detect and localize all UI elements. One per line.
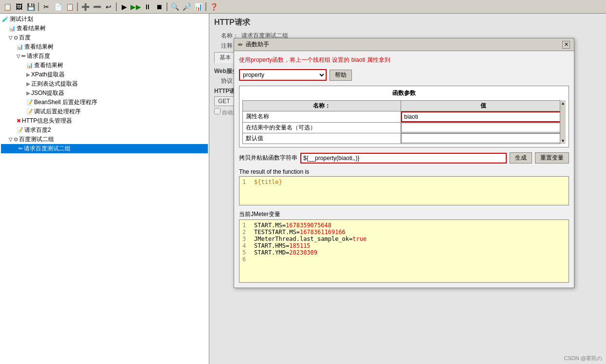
func-params-title: 函数参数: [242, 89, 566, 97]
vars-content-1: START.MS=1678359075648: [254, 222, 331, 229]
toolbar-btn-run-all[interactable]: ▶▶: [130, 1, 141, 12]
tree-item-label: 查看结果树: [24, 43, 54, 51]
vars-line-num-1: 1: [242, 222, 250, 229]
tree-item-label: 调试后置处理程序: [34, 108, 81, 116]
watermark: CSDN @霍民の: [564, 355, 602, 362]
toolbar-sep-4: [166, 2, 167, 11]
tree-item-json[interactable]: ▶ JSON提取器: [1, 89, 208, 98]
function-helper-dialog: ✏ 函数助手 ✕ 使用property函数，将上一个线程组 设置的 biaoti…: [234, 38, 574, 288]
expand-icon: ▽: [9, 35, 13, 40]
toolbar-btn-chart[interactable]: 📊: [193, 1, 203, 12]
vars-content-5: START.YMD=20230309: [254, 249, 317, 256]
tree-item-post-proc[interactable]: 📝 调试后置处理程序: [1, 107, 208, 116]
view-results3-icon: 📊: [26, 62, 33, 69]
toolbar-btn-zoom[interactable]: 🔎: [181, 1, 192, 12]
tree-item-test-plan[interactable]: 🧪 测试计划: [1, 15, 208, 24]
view-results2-icon: 📊: [17, 44, 23, 50]
tree-item-baidu[interactable]: ▽ ⊙ 百度: [1, 33, 208, 42]
vars-content-3: JMeterThread.last_sample_ok=true: [254, 236, 367, 242]
param-value-input-3[interactable]: [401, 133, 565, 143]
tree-item-label: 请求百度: [27, 52, 50, 60]
request-baidu2-icon: 📝: [17, 127, 23, 133]
tree-item-baidu-test2[interactable]: ▽ ⊙ 百度测试二组: [1, 135, 208, 144]
toolbar-btn-run[interactable]: ▶: [119, 1, 129, 12]
dialog-close-button[interactable]: ✕: [562, 41, 570, 49]
toolbar-btn-remove[interactable]: ➖: [92, 1, 102, 12]
dialog-header-left: ✏ 函数助手: [238, 40, 269, 49]
request-baidu-icon: ✏: [21, 53, 26, 59]
toolbar-sep-1: [38, 2, 39, 11]
toolbar-btn-pause[interactable]: ⏸: [142, 1, 153, 12]
col-value: 值: [401, 101, 566, 111]
toolbar-btn-add[interactable]: ➕: [80, 1, 91, 12]
result-label-text: The result of the function is: [239, 168, 309, 175]
expand3-icon: ▽: [9, 137, 13, 142]
view-results1-icon: 📊: [9, 25, 16, 32]
tree-item-beanshell[interactable]: 📝 BeanShell 后置处理程序: [1, 98, 208, 107]
param-row-3: 默认值: [243, 133, 566, 144]
col-name: 名称：: [243, 101, 401, 111]
dialog-title-icon: ✏: [238, 41, 243, 48]
generate-button[interactable]: 生成: [510, 152, 532, 164]
tree-item-view-results1[interactable]: 📊 查看结果树: [1, 24, 208, 33]
left-panel: 🧪 测试计划 📊 查看结果树 ▽ ⊙ 百度 📊 查看结果树 ▽ ✏ 请求百度 📊…: [0, 14, 209, 364]
param-name-1: 属性名称: [243, 111, 401, 123]
toolbar-btn-2[interactable]: 🖼: [14, 1, 24, 12]
tree-item-label: JSON提取器: [31, 89, 64, 97]
http-header-icon: ✖: [17, 118, 21, 124]
toolbar-sep-3: [116, 2, 117, 11]
param-value-input-1[interactable]: [401, 111, 565, 122]
dialog-overlay: ✏ 函数助手 ✕ 使用property函数，将上一个线程组 设置的 biaoti…: [209, 14, 606, 364]
tree-item-view-results2[interactable]: 📊 查看结果树: [1, 42, 208, 52]
reset-button[interactable]: 重置变量: [535, 152, 569, 164]
vars-line-num-3: 3: [242, 236, 250, 242]
toolbar-sep-2: [77, 2, 78, 11]
param-value-input-2[interactable]: [401, 123, 565, 132]
tree-item-request-baidu[interactable]: ▽ ✏ 请求百度: [1, 52, 208, 61]
param-name-3: 默认值: [243, 133, 401, 144]
copy-input[interactable]: [300, 153, 507, 164]
vars-content-2: TESTSTART.MS=1678361169166: [254, 229, 346, 236]
baidu-test2-icon: ⊙: [14, 136, 18, 143]
vars-line-num-2: 2: [242, 229, 250, 236]
tree-item-label: 测试计划: [10, 15, 33, 23]
vars-line-num-4: 4: [242, 242, 250, 249]
copy-label: 拷贝并粘贴函数字符串: [239, 154, 297, 162]
params-scrollbar[interactable]: ▲ ▼: [560, 100, 566, 144]
help-button[interactable]: 帮助: [330, 70, 352, 81]
test-plan-icon: 🧪: [2, 16, 9, 22]
toolbar-btn-cut[interactable]: ✂: [41, 1, 52, 12]
toolbar-btn-1[interactable]: 📋: [2, 1, 13, 12]
scroll-up-arrow: ▲: [561, 101, 565, 106]
tree-item-regex[interactable]: ▶ 正则表达式提取器: [1, 79, 208, 89]
tree-item-label: 正则表达式提取器: [31, 80, 78, 88]
params-table-outer: 名称： 值 属性名称: [242, 100, 566, 144]
tree-item-http-header[interactable]: ✖ HTTP信息头管理器: [1, 116, 208, 126]
toolbar-btn-search[interactable]: 🔍: [169, 1, 180, 12]
tree-item-request-baidu2[interactable]: 📝 请求百度2: [1, 126, 208, 135]
result-section: The result of the function is 1 ${title}: [239, 168, 569, 205]
toolbar-btn-stop[interactable]: ⏹: [154, 1, 165, 12]
tree-item-view-results3[interactable]: 📊 查看结果树: [1, 61, 208, 70]
tree-item-label: XPath提取器: [31, 71, 65, 79]
dialog-title: 函数助手: [246, 40, 269, 49]
function-select[interactable]: property: [239, 69, 327, 81]
toolbar-btn-copy[interactable]: 📄: [53, 1, 63, 12]
result-line-1: 1 ${title}: [242, 179, 566, 185]
vars-box: 1 START.MS=1678359075648 2 TESTSTART.MS=…: [239, 219, 569, 283]
toolbar: 📋 🖼 💾 ✂ 📄 📋 ➕ ➖ ↩ ▶ ▶▶ ⏸ ⏹ 🔍 🔎 📊 ❓: [0, 0, 606, 14]
vars-line-5: 5 START.YMD=20230309: [242, 249, 566, 256]
request-baidu-test2-icon: ✏: [18, 146, 23, 152]
param-row-2: 在结果中的变量名（可选）: [243, 123, 566, 133]
toolbar-btn-paste[interactable]: 📋: [64, 1, 75, 12]
regex-icon: ▶: [26, 81, 30, 87]
vars-line-num-5: 5: [242, 249, 250, 256]
toolbar-btn-3[interactable]: 💾: [25, 1, 36, 12]
tree-item-label: HTTP信息头管理器: [22, 117, 72, 125]
tree-item-xpath[interactable]: ▶ XPath提取器: [1, 70, 208, 79]
copy-row: 拷贝并粘贴函数字符串 生成 重置变量: [239, 152, 569, 164]
tree-item-request-baidu-test2[interactable]: ✏ 请求百度测试二组: [1, 144, 208, 153]
toolbar-btn-help[interactable]: ❓: [208, 1, 219, 12]
toolbar-btn-undo[interactable]: ↩: [103, 1, 114, 12]
expand2-icon: ▽: [17, 54, 20, 59]
